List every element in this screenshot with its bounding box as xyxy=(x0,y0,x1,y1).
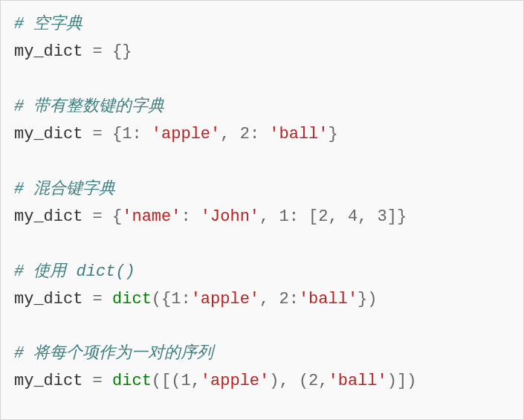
comma: , xyxy=(259,290,279,308)
number-literal: 1 xyxy=(279,207,288,226)
number-literal: 2 xyxy=(240,125,250,143)
string-literal: 'ball' xyxy=(329,372,387,390)
comma: , xyxy=(329,207,348,226)
operator: = xyxy=(83,207,112,226)
bracket-close: ] xyxy=(387,207,397,226)
paren-open: ( xyxy=(152,372,161,390)
comma: , xyxy=(220,125,239,143)
brace-close: } xyxy=(358,290,367,308)
paren-open: ( xyxy=(299,372,308,390)
operator: = xyxy=(83,372,112,390)
number-literal: 2 xyxy=(318,207,328,226)
comment-line: # 使用 dict() xyxy=(14,262,135,281)
string-literal: 'ball' xyxy=(299,290,358,308)
bracket-open: [ xyxy=(308,207,318,226)
brace-close: } xyxy=(397,207,407,226)
operator: = xyxy=(83,290,112,308)
paren-close: ) xyxy=(387,372,397,390)
number-literal: 1 xyxy=(171,290,181,308)
paren-close: ) xyxy=(407,372,416,390)
number-literal: 1 xyxy=(122,125,132,143)
string-literal: 'John' xyxy=(201,207,259,226)
comment-line: # 空字典 xyxy=(14,15,83,33)
brace-open: { xyxy=(112,125,122,143)
bracket-close: ] xyxy=(397,372,407,390)
colon: : xyxy=(132,125,151,143)
identifier: my_dict xyxy=(14,372,83,390)
paren-open: ( xyxy=(152,290,161,308)
comma: , xyxy=(259,207,279,226)
colon: : xyxy=(289,207,308,226)
braces: {} xyxy=(112,42,132,61)
brace-open: { xyxy=(161,290,171,308)
comment-line: # 混合键字典 xyxy=(14,180,115,198)
operator: = xyxy=(83,125,112,143)
identifier: my_dict xyxy=(14,290,83,308)
number-literal: 2 xyxy=(279,290,288,308)
identifier: my_dict xyxy=(14,207,83,226)
colon: : xyxy=(181,290,190,308)
paren-open: ( xyxy=(171,372,181,390)
string-literal: 'apple' xyxy=(201,372,269,390)
string-literal: 'apple' xyxy=(152,125,220,143)
colon: : xyxy=(181,207,200,226)
number-literal: 2 xyxy=(308,372,318,390)
number-literal: 1 xyxy=(181,372,190,390)
comma: , xyxy=(358,207,377,226)
identifier: my_dict xyxy=(14,125,83,143)
string-literal: 'name' xyxy=(122,207,181,226)
code-snippet: # 空字典 my_dict = {} # 带有整数键的字典 my_dict = … xyxy=(0,0,524,420)
colon: : xyxy=(250,125,269,143)
brace-open: { xyxy=(112,207,122,226)
number-literal: 4 xyxy=(348,207,358,226)
colon: : xyxy=(289,290,299,308)
builtin-function: dict xyxy=(112,290,152,308)
string-literal: 'ball' xyxy=(269,125,328,143)
brace-close: } xyxy=(329,125,338,143)
bracket-open: [ xyxy=(161,372,171,390)
comment-line: # 将每个项作为一对的序列 xyxy=(14,344,213,363)
builtin-function: dict xyxy=(112,372,152,390)
comma: , xyxy=(279,372,298,390)
comment-line: # 带有整数键的字典 xyxy=(14,97,164,116)
operator: = xyxy=(83,42,112,61)
paren-close: ) xyxy=(367,290,377,308)
paren-close: ) xyxy=(269,372,279,390)
identifier: my_dict xyxy=(14,42,83,61)
comma: , xyxy=(191,372,201,390)
number-literal: 3 xyxy=(378,207,387,226)
string-literal: 'apple' xyxy=(191,290,259,308)
comma: , xyxy=(318,372,328,390)
